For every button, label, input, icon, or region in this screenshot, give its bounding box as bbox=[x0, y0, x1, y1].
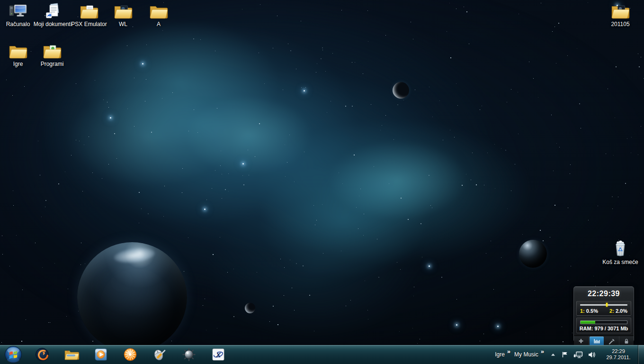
bright-star bbox=[142, 63, 143, 64]
tiny-crescent-moon bbox=[245, 303, 255, 313]
explorer-folder-icon bbox=[64, 348, 80, 361]
desktop: Računalo Moji dokumenti bbox=[0, 0, 644, 345]
desktop-icon-label: Koš za smeće bbox=[599, 259, 642, 265]
tray-time: 22:29 bbox=[601, 348, 636, 355]
toolbar-igre-chevron[interactable]: » bbox=[505, 345, 512, 355]
phoenix-flame-icon bbox=[35, 347, 49, 362]
cpu-core1-readout: 1: 0.5% bbox=[580, 308, 598, 314]
bright-star bbox=[204, 209, 206, 210]
cpu-usage-marker bbox=[606, 303, 608, 307]
wrench-icon bbox=[608, 338, 615, 345]
network-icon bbox=[573, 351, 583, 358]
bright-star bbox=[456, 324, 457, 326]
taskbar: X Igre » My Music » bbox=[0, 345, 644, 364]
large-planet bbox=[77, 242, 187, 345]
taskbar-button-phoenix-app[interactable] bbox=[27, 345, 57, 364]
taskbar-button-mouse-tool[interactable] bbox=[145, 345, 174, 364]
taskbar-button-windows-explorer[interactable] bbox=[57, 345, 86, 364]
volume-tray-icon[interactable] bbox=[585, 345, 598, 364]
desktop-icon-label: 201105 bbox=[599, 21, 642, 27]
gadget-lock-button[interactable] bbox=[619, 336, 634, 345]
windows-logo-icon bbox=[4, 346, 22, 364]
taskbar-button-windows-media-player[interactable] bbox=[86, 345, 116, 364]
taskbar-button-x-app[interactable]: X bbox=[204, 345, 233, 364]
folder-icon bbox=[8, 43, 28, 60]
svg-text:X: X bbox=[215, 351, 221, 359]
taskbar-button-bitcomet[interactable] bbox=[116, 345, 145, 364]
desktop-icon-programi[interactable]: Programi bbox=[34, 43, 70, 67]
gadget-cpu-panel: 1: 0.5% 2: 2.0% bbox=[576, 301, 631, 316]
desktop-icon-label: Programi bbox=[30, 61, 74, 67]
network-tray-icon[interactable] bbox=[571, 345, 585, 364]
minesweeper-mine-icon bbox=[182, 347, 196, 362]
bright-star bbox=[429, 265, 430, 267]
crescent-moon bbox=[393, 82, 409, 99]
speaker-icon bbox=[588, 351, 596, 358]
gadget-settings-button[interactable] bbox=[604, 336, 619, 345]
desktop-icon-my-documents[interactable]: Moji dokumenti bbox=[35, 3, 71, 27]
gadget-add-button[interactable] bbox=[574, 336, 589, 345]
lock-icon bbox=[623, 338, 630, 345]
bright-star bbox=[304, 90, 305, 91]
gadget-ram-panel: RAM: 979 / 3071 Mb bbox=[576, 318, 631, 333]
tray-clock[interactable]: 22:29 29.7.2011. bbox=[601, 348, 636, 361]
toolbar-my-music-label: My Music bbox=[514, 345, 538, 364]
bright-star bbox=[497, 326, 499, 327]
desktop-icon-201105[interactable]: 201105 bbox=[602, 3, 638, 27]
chevron-up-icon bbox=[550, 352, 556, 357]
folder-with-media-icon bbox=[113, 3, 133, 20]
show-desktop-button[interactable] bbox=[638, 345, 644, 364]
bright-star bbox=[110, 117, 111, 118]
gadget-button-bar bbox=[574, 336, 634, 345]
gadget-graph-button[interactable] bbox=[590, 337, 604, 345]
desktop-icon-recycle-bin[interactable]: Koš za smeće bbox=[602, 238, 638, 265]
small-planet bbox=[519, 240, 547, 268]
bitcomet-globe-icon bbox=[123, 347, 137, 362]
recycle-bin-icon bbox=[611, 238, 630, 258]
show-hidden-icons-button[interactable] bbox=[548, 345, 558, 364]
ram-readout: RAM: 979 / 3071 Mb bbox=[579, 326, 628, 331]
system-monitor-gadget[interactable]: 22:29:39 1: 0.5% 2: 2.0% RAM: 979 / 3071… bbox=[573, 286, 634, 342]
mouse-settings-icon bbox=[152, 347, 167, 362]
toolbar-my-music: My Music » bbox=[514, 345, 546, 364]
plus-icon bbox=[578, 338, 584, 344]
desktop-icon-label: A bbox=[137, 21, 180, 27]
start-button[interactable] bbox=[4, 346, 22, 364]
media-player-icon bbox=[94, 348, 107, 361]
ram-usage-fill bbox=[581, 321, 595, 324]
cpu-usage-bar bbox=[580, 304, 627, 306]
taskbar-button-minesweeper[interactable] bbox=[174, 345, 204, 364]
ram-usage-bar bbox=[580, 320, 627, 324]
folder-with-app-icon bbox=[42, 43, 62, 60]
folder-with-document-icon bbox=[79, 3, 99, 20]
toolbar-igre-label: Igre bbox=[495, 345, 505, 364]
documents-shortcut-icon bbox=[43, 3, 63, 20]
cpu-core2-readout: 2: 2.0% bbox=[609, 308, 627, 314]
gadget-clock: 22:29:39 bbox=[574, 287, 634, 301]
desktop-icon-a[interactable]: A bbox=[141, 3, 177, 27]
toolbar-my-music-chevron[interactable]: » bbox=[538, 345, 546, 355]
desktop-icon-wl[interactable]: WL bbox=[105, 3, 141, 27]
toolbar-igre: Igre » bbox=[495, 345, 512, 364]
folder-icon bbox=[149, 3, 169, 20]
flag-icon bbox=[561, 351, 569, 358]
x-logo-icon: X bbox=[212, 348, 225, 361]
action-center-tray-icon[interactable] bbox=[558, 345, 571, 364]
bar-graph-icon bbox=[593, 338, 600, 344]
folder-with-media-icon bbox=[610, 3, 630, 20]
computer-icon bbox=[8, 3, 28, 20]
tray-date: 29.7.2011. bbox=[601, 355, 636, 361]
bright-star bbox=[242, 163, 244, 164]
